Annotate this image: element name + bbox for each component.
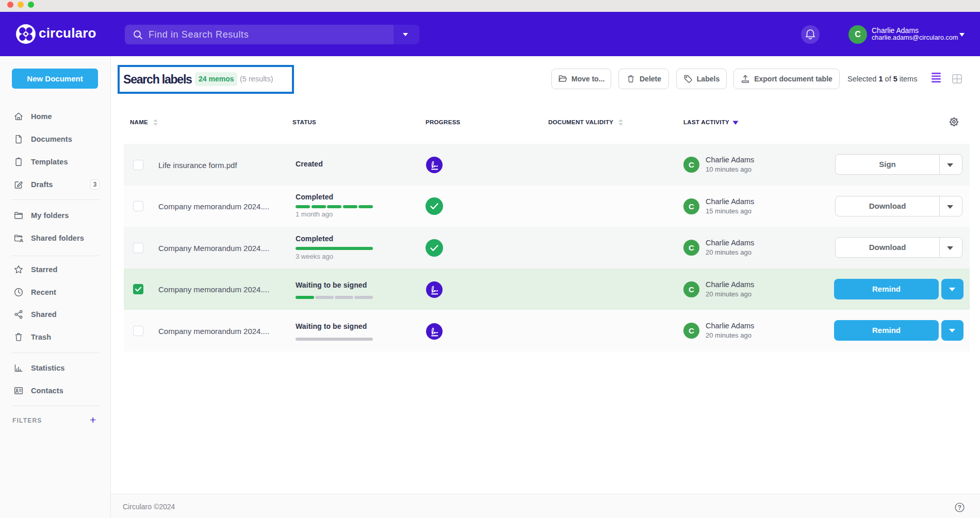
svg-text:?: ?	[958, 504, 961, 511]
